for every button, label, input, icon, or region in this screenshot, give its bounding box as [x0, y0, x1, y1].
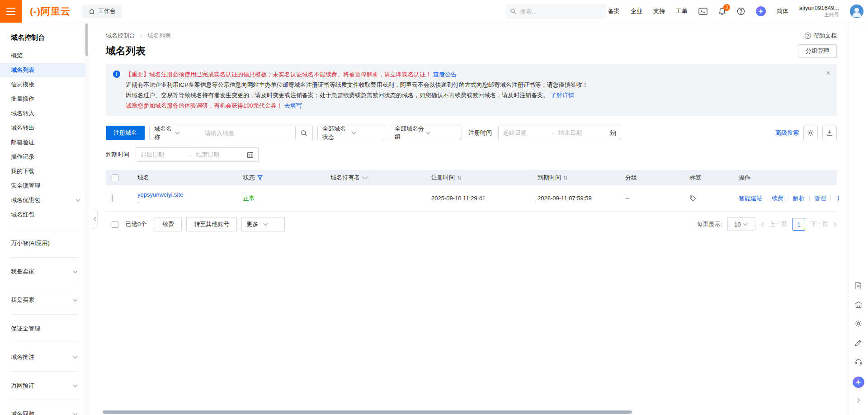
support-headset-icon[interactable]	[854, 358, 863, 366]
domain-search-input[interactable]	[200, 126, 295, 140]
sidebar-item-buyback[interactable]: 域名回购	[11, 407, 78, 415]
feedback-pencil-icon[interactable]	[854, 339, 863, 347]
group-filter-select[interactable]: 全部域名分组	[390, 126, 462, 140]
expire-time-range-picker[interactable]: 起始日期 - 结束日期	[136, 147, 259, 162]
next-page-button[interactable]: 下一页	[811, 220, 828, 228]
aliyun-logo[interactable]: (-)阿里云	[30, 5, 71, 18]
sidebar-item-my-downloads[interactable]: 我的下载	[0, 164, 89, 179]
banner-link-fill-survey[interactable]: 去填写	[284, 102, 302, 109]
sort-icon[interactable]	[457, 175, 462, 180]
bulk-more-select[interactable]: 更多	[241, 217, 285, 231]
prev-page-arrow-icon[interactable]	[761, 222, 764, 227]
prev-page-button[interactable]: 上一页	[769, 220, 787, 228]
sidebar-item-op-log[interactable]: 操作记录	[0, 150, 89, 164]
status-badge: 正常	[243, 195, 255, 202]
rail-collapse-arrow-icon[interactable]	[854, 396, 863, 405]
sidebar-scrollbar-thumb[interactable]	[85, 24, 88, 56]
bulk-renew-button[interactable]: 续费	[155, 217, 182, 231]
notification-badge: 3	[723, 4, 730, 11]
sidebar-item-preorder[interactable]: 万网预订	[11, 378, 78, 393]
row-checkbox[interactable]	[112, 194, 113, 202]
select-all-checkbox[interactable]	[112, 174, 118, 181]
help-icon[interactable]	[737, 7, 745, 15]
hamburger-menu-button[interactable]	[0, 0, 22, 23]
sidebar-item-overview[interactable]: 概览	[0, 48, 89, 63]
search-field-select[interactable]: 域名名称	[150, 126, 200, 140]
sidebar-item-domain-list[interactable]: 域名列表	[0, 63, 89, 77]
action-manage[interactable]: 管理	[814, 194, 826, 203]
sidebar-section: 我是卖家	[11, 257, 78, 279]
global-search[interactable]	[505, 4, 607, 19]
document-icon[interactable]	[854, 281, 863, 290]
sidebar-collapse-handle[interactable]	[92, 209, 98, 229]
header-group: 分组	[625, 174, 689, 182]
sidebar-item-discount-pack[interactable]: 域名优惠包	[0, 193, 89, 208]
global-search-input[interactable]	[520, 8, 592, 15]
sidebar-item-deposit[interactable]: 保证金管理	[11, 321, 78, 336]
sidebar-item-batch-ops[interactable]: 批量操作	[0, 92, 89, 106]
help-doc-link[interactable]: ? 帮助文档	[805, 32, 837, 40]
language-switch[interactable]: 简体	[777, 7, 788, 15]
nav-item-enterprise[interactable]: 企业	[631, 7, 642, 15]
table-row: yopsyunweiyi.site - 正常 2025-09-10 11:29:…	[106, 185, 837, 212]
sidebar-item-backorder[interactable]: 域名抢注	[11, 350, 78, 364]
privacy-eye-icon[interactable]	[362, 176, 368, 180]
banner-close-icon[interactable]: ×	[826, 68, 830, 78]
sort-icon[interactable]	[563, 175, 568, 180]
sidebar-item-transfer-out[interactable]: 域名转出	[0, 121, 89, 135]
breadcrumb-root[interactable]: 域名控制台	[106, 32, 135, 39]
reg-start-date-placeholder: 起始日期	[503, 129, 552, 137]
filing-building-icon[interactable]	[854, 300, 863, 309]
horizontal-scrollbar-thumb[interactable]	[103, 410, 632, 414]
settings-gear-icon[interactable]	[854, 319, 863, 328]
account-info[interactable]: aliyun091649... 主账号	[799, 5, 839, 18]
reg-time-label: 注册时间	[468, 129, 492, 137]
sidebar-item-security-lock[interactable]: 安全锁管理	[0, 179, 89, 193]
sidebar-item-wanxiaozhi[interactable]: 万小智(AI应用)	[11, 236, 78, 250]
chevron-down-icon	[263, 223, 280, 226]
terminal-icon[interactable]	[698, 8, 708, 15]
per-page-label: 每页显示:	[697, 220, 722, 228]
per-page-select[interactable]: 10	[727, 217, 755, 231]
sidebar-item-email-verify[interactable]: 邮箱验证	[0, 135, 89, 150]
ai-assistant-icon[interactable]	[853, 377, 864, 388]
header-holder: 域名持有者	[330, 174, 431, 182]
register-domain-button[interactable]: 注册域名	[106, 126, 145, 140]
domain-search-button[interactable]	[295, 126, 312, 140]
more-actions-icon[interactable]: ⋮	[835, 195, 842, 202]
domain-search-group: 域名名称	[149, 126, 313, 140]
bulk-select-checkbox[interactable]	[112, 221, 118, 228]
sidebar-item-red-packet[interactable]: 域名红包	[0, 208, 89, 222]
banner-link-learn-more[interactable]: 了解详情	[551, 92, 574, 99]
bulk-transfer-button[interactable]: 转至其他账号	[186, 217, 237, 231]
domain-link[interactable]: yopsyunweiyi.site	[137, 191, 243, 198]
sidebar-item-seller[interactable]: 我是卖家	[11, 264, 78, 279]
sidebar-item-info-template[interactable]: 信息模板	[0, 77, 89, 92]
action-dns[interactable]: 解析	[793, 194, 805, 203]
filter-funnel-icon[interactable]	[257, 175, 263, 180]
download-button[interactable]	[822, 126, 837, 140]
nav-item-ticket[interactable]: 工单	[676, 7, 688, 15]
nav-item-support[interactable]: 支持	[653, 7, 665, 15]
action-smart-site[interactable]: 智能建站	[739, 194, 762, 203]
sidebar-item-buyer[interactable]: 我是买家	[11, 293, 78, 307]
column-settings-button[interactable]	[803, 126, 818, 140]
avatar[interactable]	[850, 5, 863, 18]
group-manage-button[interactable]: 分组管理	[798, 44, 837, 58]
tag-icon[interactable]	[689, 195, 739, 202]
workbench-button[interactable]: 工作台	[82, 5, 122, 18]
sidebar-item-transfer-in[interactable]: 域名转入	[0, 106, 89, 121]
filter-row-2: 到期时间 起始日期 - 结束日期	[106, 147, 837, 162]
next-page-arrow-icon[interactable]	[834, 222, 837, 227]
reg-time-range-picker[interactable]: 起始日期 - 结束日期	[498, 126, 621, 140]
ai-assistant-icon[interactable]	[756, 6, 766, 16]
sidebar-scrollbar[interactable]	[85, 23, 89, 415]
breadcrumb-current: 域名列表	[147, 32, 171, 39]
banner-link-announcement[interactable]: 查看公告	[433, 71, 457, 78]
current-page-button[interactable]: 1	[793, 218, 805, 231]
calendar-icon	[247, 151, 254, 158]
notification-bell-icon[interactable]: 3	[718, 7, 726, 15]
action-renew[interactable]: 续费	[772, 194, 783, 203]
advanced-search-link[interactable]: 高级搜索	[775, 129, 799, 137]
status-filter-select[interactable]: 全部域名状态	[317, 126, 385, 140]
